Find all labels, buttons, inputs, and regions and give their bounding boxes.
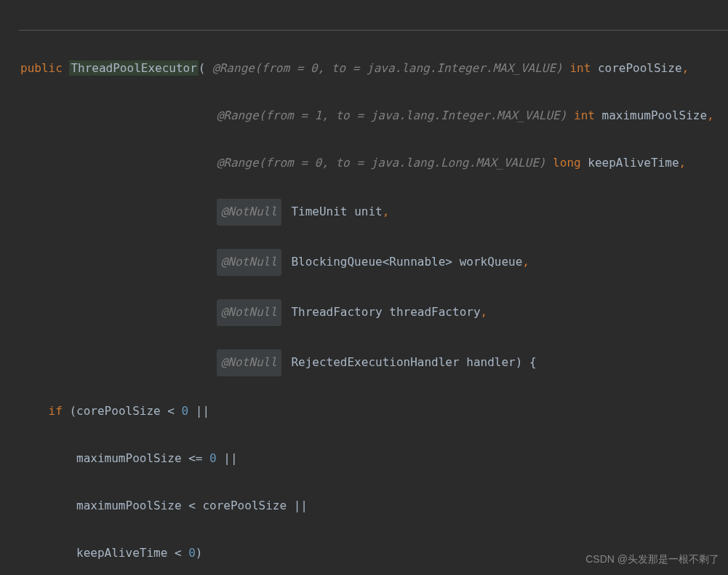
code-line: @NotNull BlockingQueue<Runnable> workQue… (10, 249, 728, 276)
keyword-public: public (20, 61, 63, 75)
code-line: @NotNull RejectedExecutionHandler handle… (10, 349, 728, 376)
code-line: maximumPoolSize < corePoolSize || (10, 494, 728, 518)
keyword-long: long (553, 156, 581, 170)
param-workQueue: workQueue (460, 255, 523, 269)
watermark: CSDN @头发那是一根不剩了 (585, 553, 719, 566)
type-rejectedhandler: RejectedExecutionHandler (291, 355, 459, 369)
param-unit: unit (354, 205, 383, 218)
annotation-notnull: @NotNull (217, 299, 281, 326)
param-corePoolSize: corePoolSize (598, 61, 682, 75)
code-editor[interactable]: public ThreadPoolExecutor( @Range(from =… (0, 0, 728, 575)
type-timeunit: TimeUnit (291, 205, 347, 218)
code-line: @NotNull ThreadFactory threadFactory, (10, 299, 728, 326)
class-name: ThreadPoolExecutor (69, 60, 198, 76)
keyword-if: if (49, 404, 63, 418)
code-line: @NotNull TimeUnit unit, (10, 199, 728, 226)
annotation-notnull: @NotNull (217, 199, 281, 226)
param-keepAliveTime: keepAliveTime (588, 156, 679, 170)
code-line: if (corePoolSize < 0 || (10, 400, 728, 424)
code-line: public ThreadPoolExecutor( @Range(from =… (10, 57, 728, 81)
param-threadFactory: threadFactory (389, 305, 480, 319)
annotation-range: @Range(from = 0, to = java.lang.Integer.… (212, 61, 563, 75)
param-maximumPoolSize: maximumPoolSize (602, 108, 708, 122)
code-line: @Range(from = 0, to = java.lang.Long.MAX… (10, 151, 728, 175)
keyword-int: int (569, 61, 591, 75)
annotation-range: @Range(from = 0, to = java.lang.Long.MAX… (217, 156, 546, 170)
type-blockingqueue: BlockingQueue<Runnable> (291, 255, 452, 269)
type-threadfactory: ThreadFactory (291, 305, 382, 319)
annotation-notnull: @NotNull (217, 249, 281, 276)
code-line: @Range(from = 1, to = java.lang.Integer.… (10, 104, 728, 128)
param-handler: handler (466, 355, 515, 369)
keyword-int: int (574, 108, 595, 122)
code-line: maximumPoolSize <= 0 || (10, 447, 728, 471)
annotation-range: @Range(from = 1, to = java.lang.Integer.… (217, 108, 567, 122)
annotation-notnull: @NotNull (217, 349, 281, 376)
